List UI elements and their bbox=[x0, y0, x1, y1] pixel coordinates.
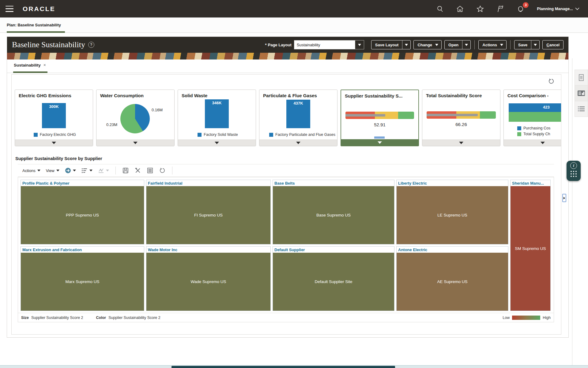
infolet-expander[interactable] bbox=[15, 140, 93, 146]
page-layout-label: Page Layout bbox=[268, 43, 292, 47]
refresh-infolets-icon[interactable] bbox=[548, 78, 554, 85]
page-info-launcher[interactable]: i bbox=[567, 161, 581, 181]
cancel-button[interactable]: Cancel bbox=[542, 40, 564, 49]
treemap-tile-marx[interactable]: Marx Extrusion and Fabrication Marx Supr… bbox=[21, 246, 144, 311]
treemap-tile-default-supplier[interactable]: Default Supplier Default Supplier Site bbox=[273, 246, 394, 311]
tile-supplier-link[interactable]: Antone Electric bbox=[397, 247, 508, 253]
meter-indicator bbox=[427, 114, 478, 116]
tile-supplier-link[interactable]: Sheridan Manu... bbox=[511, 180, 550, 186]
chart-options-icon-disabled bbox=[96, 168, 111, 173]
infolet-expander[interactable] bbox=[96, 140, 174, 146]
change-button[interactable]: Change bbox=[413, 40, 442, 49]
legend-low-label: Low bbox=[503, 316, 510, 320]
treemap-tile-profile-plastic[interactable]: Profile Plastic & Polymer PPP Supremo US bbox=[21, 180, 144, 244]
tile-supplier-link[interactable]: Wade Motor Inc bbox=[146, 247, 270, 253]
size-value: Supplier Sustainability Score 2 bbox=[31, 316, 83, 320]
search-icon[interactable] bbox=[436, 5, 444, 13]
tile-supplier-link[interactable]: Marx Extrusion and Fabrication bbox=[21, 247, 144, 253]
infolet-supplier-sustainability-score[interactable]: Supplier Sustainability S... 52.91 bbox=[341, 90, 419, 146]
open-dropdown[interactable] bbox=[462, 44, 470, 46]
infolet-expander[interactable] bbox=[341, 139, 418, 146]
treemap-tile-liberty-electric[interactable]: Liberty Electric LE Supremo US bbox=[396, 180, 508, 244]
view-menu[interactable]: View bbox=[44, 168, 61, 173]
infolet-solid-waste[interactable]: Solid Waste 346K Factory Solid Waste bbox=[178, 90, 256, 146]
home-icon[interactable] bbox=[456, 5, 464, 13]
tile-supplier-link[interactable]: Liberty Electric bbox=[397, 180, 508, 186]
infolet-total-sustainability-score[interactable]: Total Sustainability Score 66.26 bbox=[422, 90, 500, 146]
info-icon[interactable]: i bbox=[570, 162, 577, 169]
actions-button[interactable]: Actions bbox=[478, 40, 507, 49]
page-layout-dropdown-button[interactable] bbox=[355, 40, 364, 49]
treemap-section-title: Supplier Sustainability Score by Supplie… bbox=[15, 156, 102, 161]
infolet-expander[interactable] bbox=[422, 140, 500, 146]
tile-supplier-link[interactable]: Fairfield Industrial bbox=[146, 180, 270, 186]
water-consumption-pie bbox=[120, 104, 150, 133]
page-view-icon[interactable] bbox=[575, 70, 588, 86]
treemap: Profile Plastic & Polymer PPP Supremo US… bbox=[18, 177, 554, 322]
open-button[interactable]: Open bbox=[444, 40, 471, 49]
format-levels-icon[interactable] bbox=[80, 168, 94, 173]
dashboard-view-icon[interactable] bbox=[575, 85, 588, 101]
infolet-title: Electric GHG Emissions bbox=[15, 90, 93, 98]
active-subtab-indicator bbox=[13, 71, 47, 73]
treemap-tile-base-belts[interactable]: Base Belts Base Supremo US bbox=[273, 180, 394, 244]
close-tab-icon[interactable]: × bbox=[43, 63, 46, 67]
tile-site-label: AE Supremo US bbox=[437, 279, 467, 284]
bar-value-label: 300K bbox=[42, 103, 66, 109]
legend-label: Factory Electric GHG bbox=[40, 132, 76, 137]
drill-icon[interactable] bbox=[63, 167, 77, 174]
tile-supplier-link[interactable]: Base Belts bbox=[273, 180, 394, 186]
infolet-expander[interactable] bbox=[178, 140, 256, 146]
legend-swatch bbox=[517, 126, 521, 130]
infolet-expander[interactable] bbox=[259, 140, 337, 146]
meter-segment-green bbox=[480, 111, 496, 119]
meter-segment-green bbox=[398, 112, 414, 119]
tab-sustainability[interactable]: Sustainability × bbox=[14, 63, 46, 67]
color-label: Color bbox=[96, 316, 106, 320]
tab-plan-baseline-sustainability[interactable]: Plan: Baseline Sustainability bbox=[7, 17, 61, 33]
table-view-icon[interactable] bbox=[145, 168, 155, 173]
save-layout-button[interactable]: Save Layout bbox=[371, 40, 411, 49]
help-icon[interactable]: ? bbox=[88, 42, 94, 48]
tile-supplier-link[interactable]: Profile Plastic & Polymer bbox=[21, 180, 144, 186]
infolet-water-consumption[interactable]: Water Consumption 0.16M 0.23M bbox=[96, 90, 175, 146]
treemap-tile-wade-motor[interactable]: Wade Motor Inc Wade Supremo US bbox=[146, 246, 271, 311]
horizontal-scrollbar-thumb[interactable] bbox=[172, 366, 395, 368]
treemap-tile-sheridan[interactable]: Sheridan Manu... SM Supremo US bbox=[510, 180, 551, 311]
navigator-menu-icon[interactable] bbox=[6, 6, 13, 12]
decorative-banner bbox=[7, 53, 568, 59]
save-view-icon[interactable] bbox=[121, 167, 130, 174]
legend-label: Total Supply Ch bbox=[523, 132, 550, 136]
save-dropdown[interactable] bbox=[531, 44, 539, 46]
meter-indicator bbox=[345, 114, 385, 117]
bar-factory-particulate: 437K bbox=[286, 100, 310, 128]
refresh-icon[interactable] bbox=[157, 167, 167, 174]
list-view-icon[interactable] bbox=[575, 101, 588, 117]
user-menu[interactable]: Planning Manage... bbox=[537, 6, 579, 11]
page-layout-select[interactable]: Sustainability bbox=[294, 40, 364, 49]
gauge-value: 52.91 bbox=[341, 122, 418, 127]
tools-icon[interactable] bbox=[133, 167, 143, 174]
watchlist-flag-icon[interactable] bbox=[496, 5, 504, 13]
apps-grid-icon[interactable] bbox=[571, 171, 577, 177]
size-label: Size bbox=[21, 316, 29, 320]
tile-supplier-link[interactable]: Default Supplier bbox=[273, 247, 394, 253]
oracle-logo: ORACLE bbox=[23, 5, 55, 13]
infolet-expander[interactable] bbox=[504, 140, 561, 146]
actions-menu[interactable]: Actions bbox=[21, 168, 42, 173]
horizontal-scrollbar[interactable] bbox=[0, 365, 588, 368]
save-layout-dropdown[interactable] bbox=[402, 44, 410, 46]
infolet-electric-ghg-emissions[interactable]: Electric GHG Emissions 300K Factory Elec… bbox=[15, 90, 93, 146]
treemap-tile-fairfield[interactable]: Fairfield Industrial FI Supremo US bbox=[146, 180, 271, 244]
save-button[interactable]: Save bbox=[514, 40, 540, 49]
notifications-bell-icon[interactable]: 3 bbox=[517, 5, 525, 13]
infolet-cost-comparison[interactable]: Cost Comparison - 423 Purchasing Cos Tot… bbox=[503, 90, 561, 146]
purchasing-cost-bar: 423 bbox=[509, 103, 561, 112]
mini-scroll-indicator[interactable] bbox=[374, 136, 385, 139]
favorites-star-icon[interactable] bbox=[476, 5, 484, 13]
infolet-particulate-flue-gases[interactable]: Particulate & Flue Gases 437K Factory Pa… bbox=[259, 90, 337, 146]
chevron-down-icon bbox=[575, 7, 579, 10]
panel-expand-handle[interactable] bbox=[562, 194, 566, 202]
color-value: Supplier Sustainability Score 2 bbox=[108, 316, 160, 320]
treemap-tile-antone-electric[interactable]: Antone Electric AE Supremo US bbox=[396, 246, 508, 311]
